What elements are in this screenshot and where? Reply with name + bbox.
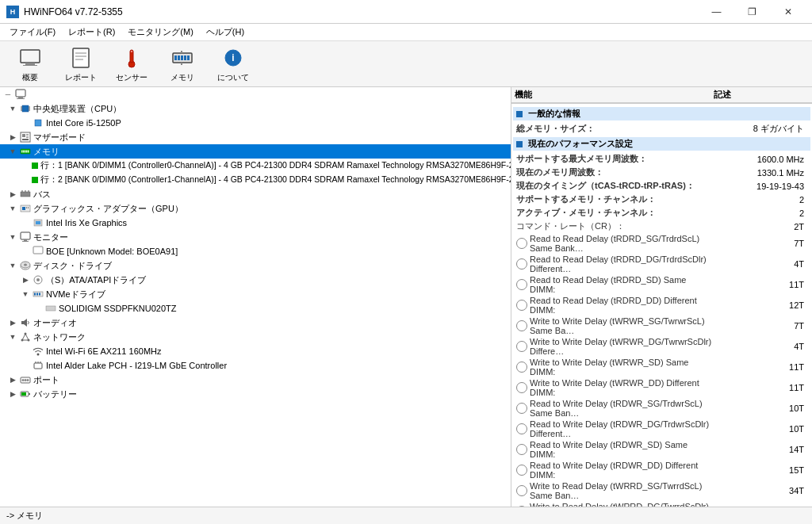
row-circle-icon [516, 258, 527, 270]
tree-bus-expand[interactable]: ▶ [6, 188, 19, 201]
tree-wifi-item[interactable]: Intel Wi-Fi 6E AX211 160MHz [0, 344, 511, 358]
tree-gpu-item[interactable]: Intel Iris Xe Graphics [0, 216, 511, 230]
tree-battery-expand[interactable]: ▶ [6, 388, 19, 400]
info-row: Read to Read Delay (tRDRD_SD) Same DIMM:… [513, 274, 810, 295]
tree-ata-expand[interactable]: ▶ [19, 273, 32, 286]
tree-mem-expand[interactable]: ▼ [6, 145, 19, 158]
tree-cpu-group[interactable]: ▼ 中央処理装置（CPU） [0, 101, 511, 116]
monitor-icon [17, 45, 43, 71]
tree-network-expand[interactable]: ▼ [6, 331, 19, 343]
menu-file[interactable]: ファイル(F) [3, 25, 62, 40]
section-header-label: 一般的な情報 [528, 108, 580, 120]
tree-audio-group[interactable]: ▶ オーディオ [0, 316, 511, 330]
tree-battery-group[interactable]: ▶ バッテリー [0, 387, 511, 401]
info-row: Write to Write Delay (tWRWR_DD) Differen… [513, 377, 810, 398]
section-header-icon [516, 141, 523, 147]
tree-gpu-group[interactable]: ▼ グラフィックス・アダプター（GPU） [0, 201, 511, 216]
tree-nvme-expand[interactable]: ▼ [19, 288, 32, 300]
tree-port-group[interactable]: ▶ ポート [0, 373, 511, 387]
info-row: Write to Write Delay (tWRWR_SD) Same DIM… [513, 357, 810, 377]
menu-monitoring[interactable]: モニタリング(M) [121, 25, 200, 40]
info-row-label: Read to Read Delay (tRDRD_DG/TrdrdScDlr)… [516, 254, 712, 273]
tree-monitor-item[interactable]: BOE [Unknown Model: BOE0A91] [0, 244, 511, 258]
toolbar-sensor-button[interactable]: センサー [108, 44, 155, 84]
info-row-value: 10T [712, 424, 807, 434]
svg-rect-12 [178, 55, 180, 60]
tree-eth-item[interactable]: Intel Alder Lake PCH - I219-LM GbE Contr… [0, 358, 511, 373]
gpu-chip-icon [32, 216, 44, 229]
info-row-value: 8 ギガバイト [712, 123, 807, 135]
svg-line-70 [22, 334, 25, 340]
tree-monitor-item-expand [19, 245, 32, 258]
tree-disk-expand[interactable]: ▼ [6, 259, 19, 272]
toolbar-report-label: レポート [65, 72, 97, 83]
monitor-group-label: モニター [33, 231, 68, 243]
maximize-button[interactable]: ❐ [734, 0, 770, 24]
info-row: Write to Write Delay (tWRWR_DG/TwrwrScDl… [513, 336, 810, 357]
info-row-label: Read to Write Delay (tRDWR_SD) Same DIMM… [516, 440, 712, 459]
info-row-label: Read to Read Delay (tRDRD_SG/TrdrdScL) S… [516, 234, 712, 253]
tree-mem-group[interactable]: ▼ メモリ [0, 144, 511, 159]
gpu-icon [19, 202, 32, 215]
tree-mem-row1[interactable]: 行：1 [BANK 0/DIMM1 (Controller0-ChannelA)… [0, 159, 511, 173]
svg-rect-54 [22, 241, 29, 242]
svg-rect-3 [73, 48, 89, 67]
info-row-value: 2 [712, 195, 807, 205]
tree-ata-group[interactable]: ▶ （S）ATA/ATAPIドライブ [0, 273, 511, 287]
info-row-value: 34T [712, 486, 807, 495]
info-row: Write to Read Delay (tWRRD_DG/TwrrdScDlr… [513, 501, 810, 507]
tree-nvme-item[interactable]: SOLIDIGM SSDPFKNU020TZ [0, 301, 511, 316]
tree-mb-expand[interactable]: ▶ [6, 131, 19, 143]
minimize-button[interactable]: — [699, 0, 734, 24]
toolbar-memory-button[interactable]: メモリ [159, 44, 206, 84]
tree-monitor-expand[interactable]: ▼ [6, 231, 19, 243]
tree-mb-group[interactable]: ▶ マザーボード [0, 130, 511, 144]
tree-nvme-group[interactable]: ▼ NVMeドライブ [0, 287, 511, 301]
toolbar-about-button[interactable]: i について [209, 44, 257, 84]
tree-cpu-expand[interactable]: ▼ [6, 102, 19, 115]
right-panel-content[interactable]: 一般的な情報総メモリ・サイズ：8 ギガバイト現在のパフォーマンス設定サポートする… [511, 104, 812, 507]
section-header: 一般的な情報 [513, 107, 810, 120]
cpu-group-icon [19, 102, 32, 115]
svg-point-9 [131, 51, 132, 52]
mem-row2-label: 行：2 [BANK 0/DIMM0 (Controller1-ChannelA)… [40, 174, 511, 186]
tree-gpu-expand[interactable]: ▼ [6, 202, 19, 215]
info-row: 総メモリ・サイズ：8 ギガバイト [513, 122, 810, 136]
status-label: -> メモリ [6, 510, 43, 522]
info-row: サポートする最大メモリ周波数：1600.0 MHz [513, 152, 810, 166]
wifi-icon [32, 345, 44, 358]
tree-network-group[interactable]: ▼ ネットワーク [0, 330, 511, 344]
toolbar-report-button[interactable]: レポート [57, 44, 105, 84]
tree-bus-group[interactable]: ▶ バス [0, 187, 511, 201]
tree-audio-expand[interactable]: ▶ [6, 316, 19, 329]
svg-rect-51 [36, 221, 40, 224]
tree-mem-row1-expand [19, 159, 32, 172]
tree-root-expand[interactable]: ─ [2, 88, 14, 101]
row-circle-icon [516, 279, 527, 290]
menu-report[interactable]: レポート(R) [62, 25, 121, 40]
audio-group-label: オーディオ [33, 317, 77, 329]
tree-monitor-group[interactable]: ▼ モニター [0, 230, 511, 244]
tree-panel[interactable]: ─ ▼ 中央処理装置（CPU） [0, 87, 511, 507]
tree-port-expand[interactable]: ▶ [6, 373, 19, 386]
toolbar-overview-button[interactable]: 概要 [6, 44, 54, 84]
tree-mem-row2[interactable]: 行：2 [BANK 0/DIMM0 (Controller1-ChannelA)… [0, 173, 511, 187]
svg-rect-39 [25, 151, 26, 153]
info-icon: i [220, 45, 246, 71]
row-circle-icon [516, 465, 527, 476]
svg-rect-30 [35, 120, 41, 126]
close-button[interactable]: ✕ [770, 0, 806, 24]
main-content: ─ ▼ 中央処理装置（CPU） [0, 87, 812, 507]
tree-gpu-item-expand [19, 216, 32, 229]
info-row-label: Write to Write Delay (tWRWR_DD) Differen… [516, 378, 712, 397]
mem-row1-label: 行：1 [BANK 0/DIMM1 (Controller0-ChannelA)… [40, 160, 511, 171]
svg-rect-11 [174, 55, 177, 60]
nvme-item-label: SOLIDIGM SSDPFKNU020TZ [59, 304, 177, 313]
info-row: Read to Write Delay (tRDWR_SG/TrdwrScL) … [513, 398, 810, 419]
tree-disk-group[interactable]: ▼ ディスク・ドライブ [0, 258, 511, 273]
tree-root[interactable]: ─ [0, 87, 511, 101]
tree-cpu-item[interactable]: Intel Core i5-1250P [0, 116, 511, 130]
svg-line-71 [25, 334, 29, 340]
info-row: コマンド・レート（CR）：2T [513, 220, 810, 233]
menu-help[interactable]: ヘルプ(H) [200, 25, 251, 40]
